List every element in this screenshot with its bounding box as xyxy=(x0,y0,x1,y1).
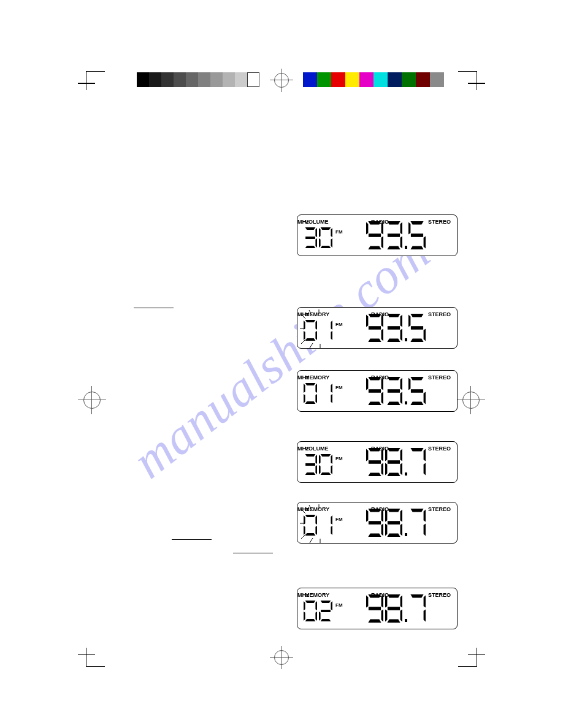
svg-marker-161 xyxy=(368,620,381,623)
svg-marker-17 xyxy=(387,221,400,225)
crop-mark-tr xyxy=(458,71,477,90)
svg-marker-13 xyxy=(381,236,383,248)
color-swatch xyxy=(359,72,373,87)
registration-mark-right xyxy=(462,392,480,409)
small-number xyxy=(304,601,334,624)
color-swatch xyxy=(416,72,430,87)
svg-marker-60 xyxy=(305,383,316,385)
svg-marker-67 xyxy=(331,394,332,403)
memory-label: MEMORY xyxy=(305,311,329,317)
lcd-display: VOLUME RADIO STEREO FM MHz xyxy=(297,441,458,483)
lcd-display: VOLUME RADIO STEREO FM MHz xyxy=(297,214,458,256)
color-calibration-strip xyxy=(303,72,444,87)
svg-marker-11 xyxy=(368,221,381,225)
volume-label: VOLUME xyxy=(305,446,329,452)
svg-marker-132 xyxy=(385,509,387,521)
frequency-number xyxy=(366,314,427,346)
svg-marker-6 xyxy=(331,228,332,237)
crop-mark-bl xyxy=(86,648,105,667)
svg-rect-79 xyxy=(405,401,407,404)
stereo-label: STEREO xyxy=(428,219,451,225)
frequency-number xyxy=(366,509,427,541)
svg-marker-44 xyxy=(388,326,400,330)
svg-marker-41 xyxy=(368,339,381,343)
crop-mark-br xyxy=(458,648,477,667)
svg-marker-127 xyxy=(387,509,400,512)
stereo-label: STEREO xyxy=(428,592,451,598)
svg-marker-76 xyxy=(388,389,400,393)
svg-marker-18 xyxy=(400,222,402,234)
registration-mark-bottom xyxy=(274,650,289,665)
svg-marker-167 xyxy=(385,595,387,607)
svg-marker-157 xyxy=(381,595,383,607)
memory-label: MEMORY xyxy=(305,374,329,381)
small-number xyxy=(304,454,334,478)
svg-marker-35 xyxy=(331,331,332,340)
svg-marker-73 xyxy=(368,402,381,406)
fm-label: FM xyxy=(335,385,343,390)
svg-marker-133 xyxy=(388,521,400,525)
svg-marker-65 xyxy=(304,384,305,393)
svg-marker-148 xyxy=(305,619,316,621)
svg-marker-146 xyxy=(315,601,317,610)
svg-marker-128 xyxy=(400,509,402,521)
svg-marker-103 xyxy=(400,449,402,461)
svg-marker-164 xyxy=(400,609,402,621)
lcd-display: MEMORY RADIO STEREO FM MHz xyxy=(297,370,458,412)
registration-mark-top xyxy=(274,73,289,88)
gray-step xyxy=(174,72,186,87)
svg-marker-25 xyxy=(411,233,423,237)
gray-step xyxy=(186,72,198,87)
svg-marker-21 xyxy=(387,246,400,250)
grayscale-calibration-strip xyxy=(137,72,259,87)
color-swatch xyxy=(430,72,444,87)
text-underline xyxy=(134,308,174,308)
small-number xyxy=(304,227,334,251)
svg-marker-85 xyxy=(305,454,316,457)
svg-marker-92 xyxy=(331,465,332,474)
svg-marker-166 xyxy=(385,609,387,621)
svg-marker-29 xyxy=(315,320,317,330)
color-swatch xyxy=(303,72,317,87)
svg-marker-45 xyxy=(400,328,402,341)
svg-marker-2 xyxy=(305,237,315,239)
svg-marker-87 xyxy=(305,463,315,466)
gray-step xyxy=(247,72,259,87)
frequency-number xyxy=(366,594,427,627)
text-underline xyxy=(172,539,212,540)
svg-marker-154 xyxy=(319,612,321,621)
svg-marker-136 xyxy=(424,509,426,521)
svg-marker-49 xyxy=(408,314,410,327)
svg-marker-33 xyxy=(304,320,305,330)
svg-marker-43 xyxy=(400,314,402,327)
svg-marker-42 xyxy=(387,314,400,317)
svg-marker-124 xyxy=(366,509,368,521)
color-swatch xyxy=(388,72,402,87)
frequency-number xyxy=(366,221,427,254)
svg-rect-109 xyxy=(405,472,407,476)
svg-marker-78 xyxy=(387,402,400,406)
svg-marker-111 xyxy=(424,449,426,461)
svg-rect-134 xyxy=(405,533,407,536)
gray-step xyxy=(198,72,210,87)
svg-marker-80 xyxy=(410,377,423,381)
svg-marker-160 xyxy=(369,607,381,610)
registration-mark-left xyxy=(83,392,101,409)
svg-marker-113 xyxy=(305,515,316,517)
stereo-label: STEREO xyxy=(428,506,451,512)
svg-marker-156 xyxy=(368,594,381,598)
svg-marker-155 xyxy=(321,619,331,621)
svg-marker-31 xyxy=(305,338,316,341)
gray-step xyxy=(149,72,161,87)
svg-marker-39 xyxy=(366,314,368,327)
svg-marker-130 xyxy=(387,534,400,537)
svg-marker-123 xyxy=(381,523,383,536)
svg-marker-172 xyxy=(424,609,426,621)
stereo-label: STEREO xyxy=(428,446,451,452)
svg-line-143 xyxy=(310,538,313,543)
lcd-display: MEMORY RADIO STEREO FM MHz xyxy=(297,307,458,349)
svg-marker-71 xyxy=(366,377,368,390)
svg-line-58 xyxy=(310,343,313,348)
gray-step xyxy=(210,72,223,87)
svg-marker-75 xyxy=(400,377,402,390)
